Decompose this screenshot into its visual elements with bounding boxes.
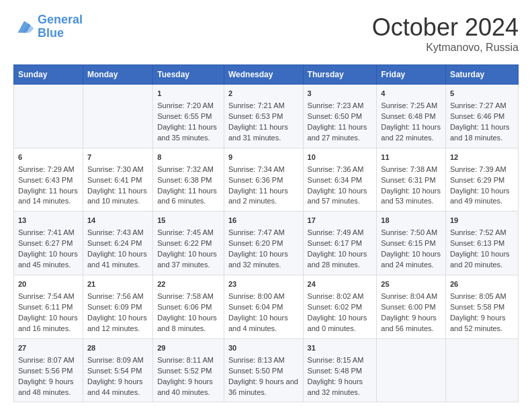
weekday-header: Friday — [377, 65, 446, 85]
header-row: SundayMondayTuesdayWednesdayThursdayFrid… — [14, 65, 519, 85]
day-info: Sunrise: 7:50 AMSunset: 6:15 PMDaylight:… — [381, 228, 441, 271]
day-info: Sunrise: 7:25 AMSunset: 6:48 PMDaylight:… — [381, 101, 441, 144]
day-number: 27 — [18, 343, 79, 354]
day-info: Sunrise: 7:36 AMSunset: 6:34 PMDaylight:… — [308, 165, 373, 208]
calendar-cell: 3Sunrise: 7:23 AMSunset: 6:50 PMDaylight… — [303, 85, 377, 148]
day-info: Sunrise: 7:38 AMSunset: 6:31 PMDaylight:… — [381, 165, 441, 208]
day-info: Sunrise: 7:29 AMSunset: 6:43 PMDaylight:… — [18, 165, 79, 208]
calendar-week-row: 1Sunrise: 7:20 AMSunset: 6:55 PMDaylight… — [14, 85, 519, 148]
calendar-cell: 16Sunrise: 7:47 AMSunset: 6:20 PMDayligh… — [224, 212, 303, 275]
day-info: Sunrise: 8:15 AMSunset: 5:48 PMDaylight:… — [308, 355, 373, 398]
calendar-cell — [14, 85, 83, 148]
weekday-header: Monday — [83, 65, 152, 85]
day-info: Sunrise: 7:43 AMSunset: 6:24 PMDaylight:… — [87, 228, 148, 271]
day-number: 3 — [308, 89, 373, 99]
day-number: 30 — [228, 343, 299, 354]
day-number: 24 — [308, 279, 373, 290]
day-info: Sunrise: 7:56 AMSunset: 6:09 PMDaylight:… — [87, 291, 148, 334]
day-number: 15 — [157, 216, 220, 226]
calendar-cell: 12Sunrise: 7:39 AMSunset: 6:29 PMDayligh… — [445, 148, 518, 212]
calendar-cell: 28Sunrise: 8:09 AMSunset: 5:54 PMDayligh… — [83, 338, 152, 402]
calendar-cell: 18Sunrise: 7:50 AMSunset: 6:15 PMDayligh… — [377, 212, 446, 275]
day-info: Sunrise: 8:05 AMSunset: 5:58 PMDaylight:… — [450, 291, 514, 334]
calendar-cell: 2Sunrise: 7:21 AMSunset: 6:53 PMDaylight… — [224, 85, 303, 148]
calendar-cell: 8Sunrise: 7:32 AMSunset: 6:38 PMDaylight… — [153, 148, 224, 212]
calendar-week-row: 27Sunrise: 8:07 AMSunset: 5:56 PMDayligh… — [14, 338, 519, 402]
day-number: 4 — [381, 89, 441, 99]
calendar-cell: 7Sunrise: 7:30 AMSunset: 6:41 PMDaylight… — [83, 148, 152, 212]
day-info: Sunrise: 8:04 AMSunset: 6:00 PMDaylight:… — [381, 291, 441, 334]
calendar-cell: 22Sunrise: 7:58 AMSunset: 6:06 PMDayligh… — [153, 275, 224, 339]
calendar-cell — [83, 85, 152, 148]
day-number: 16 — [228, 216, 299, 226]
calendar-cell: 31Sunrise: 8:15 AMSunset: 5:48 PMDayligh… — [303, 338, 377, 402]
day-number: 6 — [18, 152, 79, 163]
calendar-cell: 19Sunrise: 7:52 AMSunset: 6:13 PMDayligh… — [445, 212, 518, 275]
calendar-cell: 9Sunrise: 7:34 AMSunset: 6:36 PMDaylight… — [224, 148, 303, 212]
day-info: Sunrise: 8:13 AMSunset: 5:50 PMDaylight:… — [228, 355, 299, 398]
calendar-cell — [445, 338, 518, 402]
day-number: 31 — [308, 343, 373, 354]
day-info: Sunrise: 8:00 AMSunset: 6:04 PMDaylight:… — [228, 291, 299, 334]
day-info: Sunrise: 7:45 AMSunset: 6:22 PMDaylight:… — [157, 228, 220, 271]
day-number: 12 — [450, 152, 514, 163]
calendar-cell: 30Sunrise: 8:13 AMSunset: 5:50 PMDayligh… — [224, 338, 303, 402]
day-info: Sunrise: 7:21 AMSunset: 6:53 PMDaylight:… — [228, 101, 299, 144]
weekday-header: Saturday — [445, 65, 518, 85]
day-number: 10 — [308, 152, 373, 163]
day-number: 23 — [228, 279, 299, 290]
calendar-cell: 4Sunrise: 7:25 AMSunset: 6:48 PMDaylight… — [377, 85, 446, 148]
day-number: 29 — [157, 343, 220, 354]
calendar-cell — [377, 338, 446, 402]
calendar-cell: 25Sunrise: 8:04 AMSunset: 6:00 PMDayligh… — [377, 275, 446, 339]
calendar-cell: 1Sunrise: 7:20 AMSunset: 6:55 PMDaylight… — [153, 85, 224, 148]
day-number: 2 — [228, 89, 299, 99]
day-number: 25 — [381, 279, 441, 290]
calendar-cell: 21Sunrise: 7:56 AMSunset: 6:09 PMDayligh… — [83, 275, 152, 339]
calendar-cell: 29Sunrise: 8:11 AMSunset: 5:52 PMDayligh… — [153, 338, 224, 402]
calendar-cell: 15Sunrise: 7:45 AMSunset: 6:22 PMDayligh… — [153, 212, 224, 275]
calendar-cell: 5Sunrise: 7:27 AMSunset: 6:46 PMDaylight… — [445, 85, 518, 148]
day-info: Sunrise: 8:02 AMSunset: 6:02 PMDaylight:… — [308, 291, 373, 334]
weekday-header: Tuesday — [153, 65, 224, 85]
day-number: 17 — [308, 216, 373, 226]
logo: General Blue — [13, 13, 83, 40]
day-info: Sunrise: 7:30 AMSunset: 6:41 PMDaylight:… — [87, 165, 148, 208]
day-number: 20 — [18, 279, 79, 290]
day-info: Sunrise: 7:52 AMSunset: 6:13 PMDaylight:… — [450, 228, 514, 271]
day-info: Sunrise: 7:58 AMSunset: 6:06 PMDaylight:… — [157, 291, 220, 334]
logo-icon — [13, 17, 35, 36]
calendar-week-row: 6Sunrise: 7:29 AMSunset: 6:43 PMDaylight… — [14, 148, 519, 212]
day-number: 9 — [228, 152, 299, 163]
day-info: Sunrise: 7:49 AMSunset: 6:17 PMDaylight:… — [308, 228, 373, 271]
day-info: Sunrise: 8:07 AMSunset: 5:56 PMDaylight:… — [18, 355, 79, 398]
calendar-cell: 20Sunrise: 7:54 AMSunset: 6:11 PMDayligh… — [14, 275, 83, 339]
day-number: 14 — [87, 216, 148, 226]
calendar-cell: 6Sunrise: 7:29 AMSunset: 6:43 PMDaylight… — [14, 148, 83, 212]
calendar-cell: 14Sunrise: 7:43 AMSunset: 6:24 PMDayligh… — [83, 212, 152, 275]
weekday-header: Wednesday — [224, 65, 303, 85]
logo-text: General Blue — [38, 13, 83, 40]
calendar-week-row: 20Sunrise: 7:54 AMSunset: 6:11 PMDayligh… — [14, 275, 519, 339]
day-info: Sunrise: 7:27 AMSunset: 6:46 PMDaylight:… — [450, 101, 514, 144]
day-number: 21 — [87, 279, 148, 290]
day-info: Sunrise: 8:09 AMSunset: 5:54 PMDaylight:… — [87, 355, 148, 398]
day-info: Sunrise: 7:34 AMSunset: 6:36 PMDaylight:… — [228, 165, 299, 208]
day-info: Sunrise: 7:54 AMSunset: 6:11 PMDaylight:… — [18, 291, 79, 334]
calendar-cell: 17Sunrise: 7:49 AMSunset: 6:17 PMDayligh… — [303, 212, 377, 275]
day-number: 28 — [87, 343, 148, 354]
calendar-cell: 24Sunrise: 8:02 AMSunset: 6:02 PMDayligh… — [303, 275, 377, 339]
calendar-cell: 23Sunrise: 8:00 AMSunset: 6:04 PMDayligh… — [224, 275, 303, 339]
day-number: 5 — [450, 89, 514, 99]
day-number: 8 — [157, 152, 220, 163]
title-block: October 2024 Kytmanovo, Russia — [372, 13, 519, 54]
calendar-cell: 26Sunrise: 8:05 AMSunset: 5:58 PMDayligh… — [445, 275, 518, 339]
day-number: 18 — [381, 216, 441, 226]
day-number: 22 — [157, 279, 220, 290]
day-number: 19 — [450, 216, 514, 226]
month-title: October 2024 — [372, 13, 519, 42]
calendar-cell: 27Sunrise: 8:07 AMSunset: 5:56 PMDayligh… — [14, 338, 83, 402]
weekday-header: Thursday — [303, 65, 377, 85]
calendar-cell: 10Sunrise: 7:36 AMSunset: 6:34 PMDayligh… — [303, 148, 377, 212]
day-info: Sunrise: 7:39 AMSunset: 6:29 PMDaylight:… — [450, 165, 514, 208]
